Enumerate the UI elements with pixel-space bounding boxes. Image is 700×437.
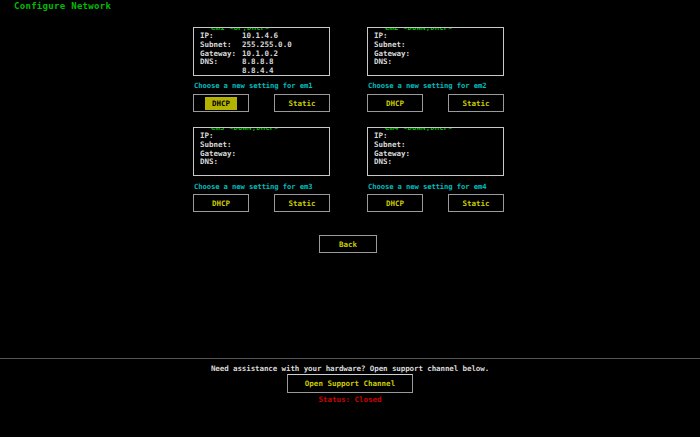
choose-setting-label-em2: Choose a new setting for em2 xyxy=(368,81,505,90)
info-row: Gateway: xyxy=(374,50,497,59)
static-button-em1[interactable]: Static xyxy=(274,94,330,112)
static-button-em3[interactable]: Static xyxy=(274,194,330,212)
setting-buttons-em2: DHCP Static xyxy=(367,94,504,112)
info-row: DNS: xyxy=(374,158,497,167)
info-row: DNS: xyxy=(200,158,323,167)
interface-panel-em3: em3 <DOWN,DHCP> IP: Subnet: Gateway: DNS… xyxy=(193,127,330,212)
back-button[interactable]: Back xyxy=(319,235,377,253)
interface-info-box-em2: em2 <DOWN,DHCP> IP: Subnet: Gateway: DNS… xyxy=(367,27,504,76)
footer-divider xyxy=(0,358,700,359)
info-row: 8.8.4.4 xyxy=(200,67,323,76)
open-support-channel-button[interactable]: Open Support Channel xyxy=(287,374,413,393)
info-row: DNS: xyxy=(374,58,497,67)
support-status-text: Status: Closed xyxy=(0,395,700,404)
choose-setting-label-em3: Choose a new setting for em3 xyxy=(194,182,331,191)
support-message: Need assistance with your hardware? Open… xyxy=(0,364,700,373)
interface-info-box-em4: em4 <DOWN,DHCP> IP: Subnet: Gateway: DNS… xyxy=(367,127,504,176)
interface-panel-em1: em1 <UP,DHCP> IP:10.1.4.6 Subnet:255.255… xyxy=(193,27,330,112)
interface-box-title-em2: em2 <DOWN,DHCP> xyxy=(381,27,457,32)
dhcp-button-em2[interactable]: DHCP xyxy=(367,94,423,112)
setting-buttons-em4: DHCP Static xyxy=(367,194,504,212)
static-button-em2[interactable]: Static xyxy=(448,94,504,112)
choose-setting-label-em1: Choose a new setting for em1 xyxy=(194,81,331,90)
info-row: Gateway: xyxy=(200,150,323,159)
configure-network-screen: { "page_title": "Configure Network", "co… xyxy=(0,0,700,437)
interface-box-title-em3: em3 <DOWN,DHCP> xyxy=(207,127,283,132)
info-row: Gateway: xyxy=(374,150,497,159)
interface-box-title-em4: em4 <DOWN,DHCP> xyxy=(381,127,457,132)
interface-info-box-em3: em3 <DOWN,DHCP> IP: Subnet: Gateway: DNS… xyxy=(193,127,330,176)
static-button-em4[interactable]: Static xyxy=(448,194,504,212)
dhcp-button-em4[interactable]: DHCP xyxy=(367,194,423,212)
interface-box-title-em1: em1 <UP,DHCP> xyxy=(207,27,274,32)
interface-panel-em4: em4 <DOWN,DHCP> IP: Subnet: Gateway: DNS… xyxy=(367,127,504,212)
setting-buttons-em3: DHCP Static xyxy=(193,194,330,212)
setting-buttons-em1: DHCP Static xyxy=(193,94,330,112)
interface-panel-em2: em2 <DOWN,DHCP> IP: Subnet: Gateway: DNS… xyxy=(367,27,504,112)
dhcp-button-em1[interactable]: DHCP xyxy=(193,94,249,112)
choose-setting-label-em4: Choose a new setting for em4 xyxy=(368,182,505,191)
page-title: Configure Network xyxy=(14,1,111,11)
interface-info-box-em1: em1 <UP,DHCP> IP:10.1.4.6 Subnet:255.255… xyxy=(193,27,330,76)
dhcp-button-em3[interactable]: DHCP xyxy=(193,194,249,212)
